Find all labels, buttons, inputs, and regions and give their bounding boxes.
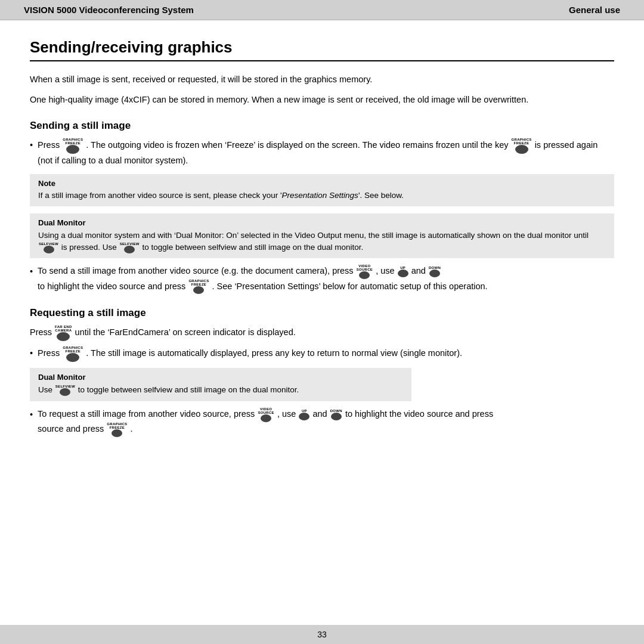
header-right: General use [569,5,620,15]
selfview-key-1: SELFVIEW [39,242,58,253]
up-key-2: UP [299,409,309,420]
selfview-key-2: SELFVIEW [120,242,140,253]
note-text: If a still image from another video sour… [38,190,606,202]
header: VISION 5000 Videoconferencing System Gen… [0,0,644,20]
bullet-req-1-text: Press GRAPHICSFREEZE . The still image i… [38,346,462,362]
press-far-end: Press FAR ENDCAMERA until the ‘FarEndCam… [30,325,614,341]
section-sending: Sending a still image • Press GRAPHICSFR… [30,120,614,295]
graphics-freeze-key-1: GRAPHICSFREEZE [63,138,83,154]
bullet-dot-2: • [30,265,33,278]
content-area: Sending/receiving graphics When a still … [0,20,644,454]
dual-monitor-text-1: Using a dual monitor system and with ‘Du… [38,230,606,254]
dual-monitor-text-2: Use SELFVIEW to toggle between selfview … [38,384,403,396]
graphics-freeze-key-4: GRAPHICSFREEZE [63,346,83,362]
far-end-camera-key: FAR ENDCAMERA [55,325,72,341]
header-title: VISION 5000 Videoconferencing System [24,5,194,15]
bullet-send-2-text: To send a still image from another video… [38,264,488,294]
intro-paragraph-2: One high-quality image (4xCIF) can be st… [30,94,614,107]
footer: 33 [0,625,644,644]
section-title-requesting: Requesting a still image [30,307,614,319]
dual-monitor-box-1: Dual Monitor Using a dual monitor system… [30,213,614,259]
video-source-key: VIDEOSOURCE [357,264,373,279]
dual-monitor-title-1: Dual Monitor [38,218,606,227]
bullet-dot-req-1: • [30,347,33,360]
down-key-1: DOWN [429,266,441,277]
video-source-key-2: VIDEOSOURCE [258,407,274,422]
bullet-send-1: • Press GRAPHICSFREEZE . The outgoing vi… [30,138,614,167]
bullet-dot-req-2: • [30,408,33,422]
bullet-req-2-text: To request a still image from another vi… [38,407,493,437]
bullet-req-1: • Press GRAPHICSFREEZE . The still image… [30,346,614,362]
note-box: Note If a still image from another video… [30,174,614,206]
intro-paragraph-1: When a still image is sent, received or … [30,73,614,86]
bullet-send-2: • To send a still image from another vid… [30,264,614,294]
page-title: Sending/receiving graphics [30,38,614,61]
section-requesting: Requesting a still image Press FAR ENDCA… [30,307,614,436]
bullet-req-2: • To request a still image from another … [30,407,614,437]
up-key-1: UP [398,266,408,277]
dual-monitor-box-2: Dual Monitor Use SELFVIEW to toggle betw… [30,368,411,401]
dual-monitor-title-2: Dual Monitor [38,373,403,382]
note-title: Note [38,179,606,188]
graphics-freeze-key-2: GRAPHICSFREEZE [512,138,532,154]
page-number: 33 [317,630,327,639]
graphics-freeze-key-5: GRAPHICSFREEZE [107,422,127,437]
selfview-key-3: SELFVIEW [55,385,75,396]
graphics-freeze-key-3: GRAPHICSFREEZE [188,279,209,294]
down-key-2: DOWN [330,409,342,420]
section-title-sending: Sending a still image [30,120,614,132]
bullet-send-1-text: Press GRAPHICSFREEZE . The outgoing vide… [38,138,614,167]
bullet-dot-1: • [30,139,33,152]
